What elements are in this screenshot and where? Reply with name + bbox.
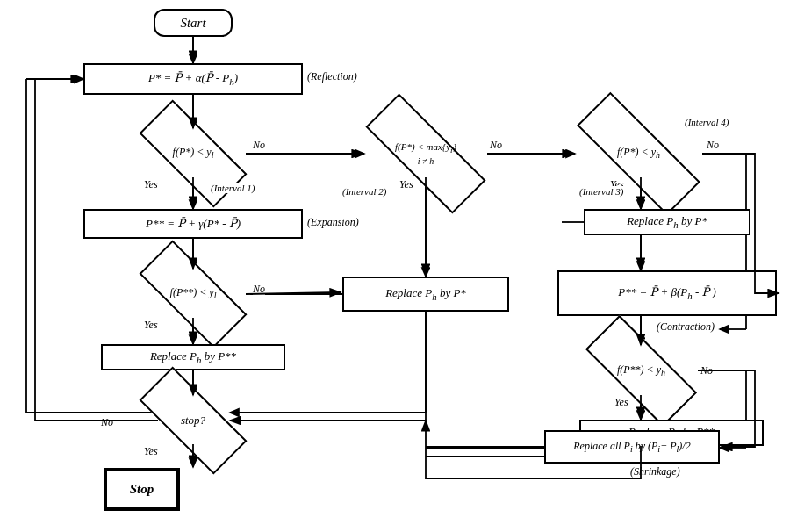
replace-ph-ps-mid: Replace Ph by P* (342, 277, 509, 312)
interval4-label: (Interval 4) (685, 117, 729, 127)
cond5-diamond: f(P**) < yh (586, 347, 696, 395)
cond3-yes: Yes (399, 178, 413, 191)
stop-no: No (101, 416, 113, 429)
stop-yes: Yes (144, 445, 158, 458)
replace-ph-pss-left: Replace Ph by P** (101, 344, 285, 370)
contraction-box: P** = P̄ + β(Ph - P̄ ) (557, 270, 777, 316)
reflection-label: (Reflection) (307, 70, 357, 83)
cond2-yes: Yes (144, 319, 158, 332)
cond3-no: No (490, 139, 502, 152)
reflection-box: P* = P̄ + α(P̄ - Ph) (83, 63, 303, 95)
interval2-label: (Interval 2) (342, 186, 386, 197)
cond2-diamond: f(P**) < yl (140, 270, 246, 318)
cond4-diamond: f(P*) < yh (575, 130, 702, 177)
cond1-yes: Yes (144, 178, 158, 191)
cond1-diamond: f(P*) < yl (140, 130, 246, 177)
shrinkage-box: Replace all Pi by (Pi+ Pl)/2 (544, 430, 720, 464)
flowchart: Start P* = P̄ + α(P̄ - Ph) (Reflection) … (0, 0, 790, 532)
start-label: Start (180, 16, 205, 31)
cond5-no: No (700, 364, 713, 377)
stop-label: Stop (130, 482, 154, 497)
cond4-no: No (707, 139, 719, 152)
stop-box: Stop (104, 468, 180, 511)
interval3-label: (Interval 3) (579, 186, 623, 197)
cond3-diamond: f(P*) < max{yi}i ≠ h (364, 130, 487, 177)
replace-ph-ps-right: Replace Ph by P* (584, 209, 750, 235)
cond5-yes: Yes (614, 396, 628, 409)
start-box: Start (154, 9, 233, 37)
stop-diamond: stop? (140, 397, 246, 444)
expansion-box: P** = P̄ + γ(P* - P̄) (83, 209, 303, 239)
cond1-no: No (253, 139, 265, 152)
expansion-label: (Expansion) (307, 216, 359, 229)
cond2-no: No (253, 283, 265, 296)
reflection-formula: P* = P̄ + α(P̄ - Ph) (148, 71, 238, 87)
interval1-label: (Interval 1) (211, 183, 255, 193)
contraction-label: (Contraction) (657, 320, 715, 334)
shrinkage-label: (Shrinkage) (630, 465, 680, 478)
